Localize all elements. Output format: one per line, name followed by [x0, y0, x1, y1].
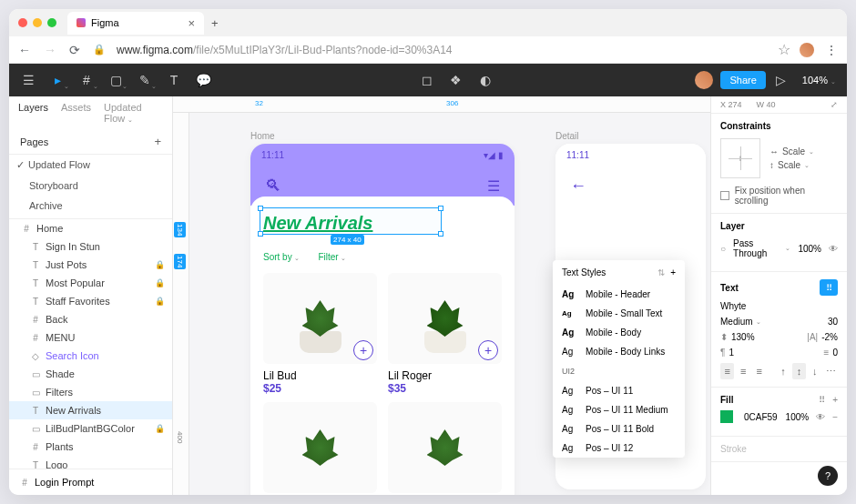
layer-item[interactable]: #Plants [9, 438, 172, 456]
constraint-v-select[interactable]: ↕ Scale ⌄ [769, 160, 838, 170]
layer-item[interactable]: #Back [9, 310, 172, 328]
close-window[interactable] [18, 18, 27, 27]
sort-icon[interactable]: ⇅ [657, 267, 665, 277]
fill-opacity-input[interactable]: 100% [786, 412, 810, 422]
align-left-icon[interactable]: ≡ [720, 363, 734, 379]
forward-icon[interactable]: → [42, 41, 58, 59]
tab-layers[interactable]: Layers [18, 102, 48, 124]
align-center-icon[interactable]: ≡ [736, 363, 749, 379]
minimize-window[interactable] [33, 18, 42, 27]
align-bottom-icon[interactable]: ↓ [808, 363, 821, 379]
tab-page-select[interactable]: Updated Flow ⌄ [104, 102, 163, 124]
layer-item[interactable]: ▭LilBudPlantBGColor🔒 [9, 419, 172, 438]
tab-assets[interactable]: Assets [61, 102, 91, 124]
fill-swatch[interactable] [720, 410, 733, 423]
layer-item[interactable]: TMost Popular🔒 [9, 274, 172, 292]
layer-item[interactable]: TStaff Favorites🔒 [9, 292, 172, 310]
layer-item[interactable]: ▭Shade [9, 365, 172, 383]
shape-tool-icon[interactable]: ▢⌄ [102, 66, 129, 94]
profile-avatar[interactable] [800, 43, 814, 57]
chrome-menu-icon[interactable]: ⋮ [823, 41, 840, 59]
layer-item[interactable]: TJust Pots🔒 [9, 256, 172, 274]
product-card[interactable]: + Lil Bud $25 [263, 273, 377, 395]
frame-home[interactable]: 11:11 ▾◢ ▮ 🔍︎ ☰ 274 x 40 New [250, 144, 515, 495]
back-icon[interactable]: ← [16, 41, 33, 59]
reload-icon[interactable]: ⟳ [67, 41, 82, 59]
align-middle-icon[interactable]: ↕ [792, 363, 806, 379]
main-menu-icon[interactable]: ☰ [15, 66, 42, 94]
resize-icon[interactable]: ⤢ [831, 100, 838, 109]
visibility-icon[interactable]: 👁 [829, 244, 838, 254]
text-styles-button[interactable]: ⠿ [820, 279, 838, 296]
lock-icon[interactable]: 🔒 [155, 278, 165, 287]
font-weight-select[interactable]: Medium⌄ [720, 317, 761, 327]
selection-box[interactable] [260, 207, 442, 235]
paragraph-spacing-input[interactable]: ≡0 [824, 348, 838, 358]
text-style-item[interactable]: AgMobile - Body Links [553, 342, 685, 361]
text-style-item[interactable]: AgMobile - Body [553, 323, 685, 342]
user-avatar[interactable] [695, 71, 713, 89]
maximize-window[interactable] [47, 18, 56, 27]
fill-style-icon[interactable]: ⠿ [819, 395, 825, 405]
lock-icon[interactable]: 🔒 [155, 297, 165, 306]
text-style-item[interactable]: AgMobile - Small Text [553, 304, 685, 323]
product-card[interactable]: + Lil Roger $35 [388, 273, 502, 395]
layer-item[interactable]: #MENU [9, 328, 172, 347]
font-family-select[interactable]: Whyte [720, 301, 838, 311]
lock-icon[interactable]: 🔒 [155, 260, 165, 269]
new-tab-button[interactable]: + [211, 16, 219, 30]
lock-icon[interactable]: 🔒 [155, 424, 165, 433]
opacity-input[interactable]: 100% [798, 244, 821, 254]
edit-object-icon[interactable]: ◻ [413, 66, 441, 94]
text-tool-icon[interactable]: T [160, 66, 188, 94]
component-icon[interactable]: ❖ [443, 66, 470, 94]
add-button[interactable]: + [353, 340, 373, 360]
mask-icon[interactable]: ◐ [472, 66, 499, 94]
add-fill-icon[interactable]: + [832, 395, 838, 405]
share-button[interactable]: Share [720, 71, 765, 89]
add-button[interactable]: + [478, 340, 498, 360]
canvas[interactable]: 32 306 134 174 400 Home Detail 11:11 ▾◢ … [173, 96, 710, 495]
bookmark-star-icon[interactable]: ☆ [778, 41, 790, 58]
layer-item[interactable]: TSign In Stun [9, 237, 172, 256]
zoom-level[interactable]: 104% ⌄ [797, 75, 841, 86]
layer-item[interactable]: ◇Search Icon [9, 347, 172, 365]
help-button[interactable]: ? [818, 466, 838, 486]
page-item[interactable]: Storyboard [9, 176, 172, 196]
layer-item[interactable]: TNew Arrivals [9, 401, 172, 419]
constraint-widget[interactable]: + [720, 138, 760, 178]
comment-tool-icon[interactable]: 💬 [189, 66, 217, 94]
filter-button[interactable]: Filter ⌄ [318, 252, 346, 262]
align-top-icon[interactable]: ↑ [776, 363, 790, 379]
browser-tab[interactable]: Figma × [67, 12, 204, 35]
letter-spacing-input[interactable]: |A|-2% [807, 332, 838, 342]
url-text[interactable]: www.figma.com/file/x5MuLtIPlaY3r/Lil-Bud… [117, 44, 769, 56]
remove-fill-icon[interactable]: − [832, 412, 838, 422]
text-styles-popup[interactable]: Text Styles ⇅+ AgMobile - HeaderAgMobile… [553, 260, 685, 458]
fill-hex-input[interactable]: 0CAF59 [744, 412, 778, 422]
line-height-input[interactable]: ⬍130% [720, 332, 755, 342]
present-icon[interactable]: ▷ [768, 66, 795, 94]
text-style-item[interactable]: AgPos – UI 11 Bold [553, 419, 685, 438]
font-size-input[interactable]: 30 [828, 317, 838, 327]
window-controls[interactable] [18, 18, 56, 27]
add-style-icon[interactable]: + [670, 267, 676, 277]
align-right-icon[interactable]: ≡ [752, 363, 766, 379]
frame-item[interactable]: #Login Prompt [9, 469, 172, 495]
close-tab-icon[interactable]: × [188, 16, 195, 30]
add-page-icon[interactable]: + [154, 135, 161, 148]
frame-label[interactable]: Home [250, 131, 275, 141]
sort-button[interactable]: Sort by ⌄ [263, 252, 300, 262]
text-style-item[interactable]: AgMobile - Header [553, 285, 685, 304]
fix-position-checkbox[interactable]: Fix position when scrolling [720, 186, 838, 206]
hamburger-icon[interactable]: ☰ [487, 177, 500, 195]
page-item[interactable]: ✓Updated Flow [9, 155, 172, 176]
frame-item[interactable]: #Home [9, 219, 172, 237]
back-arrow-icon[interactable]: ← [570, 176, 586, 196]
layer-item[interactable]: TLogo [9, 456, 172, 469]
visibility-icon[interactable]: 👁 [816, 412, 825, 422]
layer-item[interactable]: ▭Filters [9, 383, 172, 401]
frame-label[interactable]: Detail [555, 131, 579, 141]
pen-tool-icon[interactable]: ✎⌄ [131, 66, 158, 94]
text-style-item[interactable]: AgPos – UI 11 [553, 381, 685, 400]
